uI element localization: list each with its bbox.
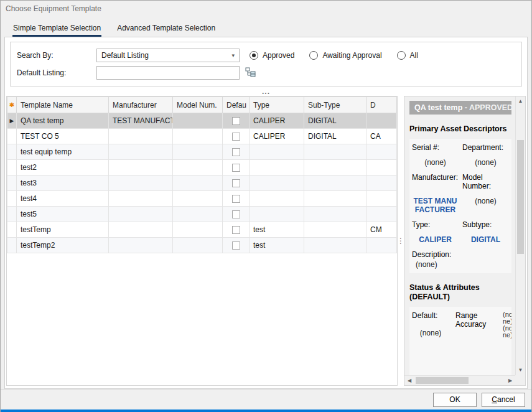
cell-subtype: DIGITAL [304, 113, 366, 129]
search-by-dropdown[interactable]: Default Listing ▾ [96, 49, 240, 62]
details-title: QA test temp [414, 103, 462, 112]
cell-description: CA [366, 129, 397, 144]
default-checkbox[interactable] [232, 117, 240, 125]
primary-asset-descriptors-heading: Primary Asset Descriptors [409, 124, 511, 134]
cell-template-name: test5 [17, 207, 109, 222]
description-value: (none) [416, 260, 509, 269]
cell-type: test [250, 222, 304, 238]
cell-subtype [304, 238, 366, 253]
table-row[interactable]: test3 [7, 176, 397, 191]
cell-type [250, 207, 304, 222]
column-header-default[interactable]: Defau [223, 97, 250, 113]
table-row[interactable]: test2 [7, 160, 397, 176]
column-header-model-num[interactable]: Model Num. [173, 97, 223, 113]
default-checkbox[interactable] [232, 164, 240, 172]
ok-button[interactable]: OK [433, 393, 477, 407]
status-attributes-fields: Default: (none) Range Accuracy (none)(no… [409, 307, 511, 375]
radio-unselected-icon [309, 51, 318, 60]
cell-subtype [304, 160, 366, 176]
type-label: Type: [412, 220, 459, 229]
selected-row-arrow-icon: ▶ [10, 118, 14, 124]
table-row[interactable]: testTemp2 test [7, 238, 397, 253]
subtype-value: DIGITAL [462, 235, 509, 244]
cell-model [173, 238, 223, 253]
scroll-right-icon[interactable]: ▶ [505, 376, 515, 386]
vertical-scroll-thumb[interactable] [517, 140, 524, 254]
cell-manufacturer [109, 238, 173, 253]
search-by-label: Search By: [17, 51, 96, 60]
table-row[interactable]: test equip temp [7, 144, 397, 160]
column-header-sub-type[interactable]: Sub-Type [304, 97, 366, 113]
table-row[interactable]: testTemp test CM [7, 222, 397, 238]
horizontal-splitter-handle[interactable]: ... [5, 87, 527, 96]
horizontal-scroll-thumb[interactable] [416, 377, 469, 384]
cell-description [366, 238, 397, 253]
table-row[interactable]: TEST CO 5 CALIPER DIGITAL CA [7, 129, 397, 144]
radio-approved[interactable]: Approved [250, 51, 294, 60]
cell-template-name: test2 [17, 160, 109, 176]
window-bottom-accent [1, 410, 531, 412]
cancel-button[interactable]: Cancel [482, 393, 525, 407]
cell-subtype [304, 191, 366, 207]
cell-type [250, 176, 304, 191]
manufacturer-value: TEST MANUFACTURER [412, 197, 459, 214]
vertical-splitter-handle[interactable]: ⋮ [398, 96, 404, 386]
details-vertical-scrollbar[interactable]: ▲ ▼ [515, 96, 525, 375]
cell-model [173, 176, 223, 191]
column-header-template-name[interactable]: Template Name [17, 97, 109, 113]
details-horizontal-scrollbar[interactable]: ◀ ▶ [404, 375, 515, 385]
cell-template-name: test4 [17, 191, 109, 207]
table-row[interactable]: test5 [7, 207, 397, 222]
table-row[interactable]: test4 [7, 191, 397, 207]
default-checkbox[interactable] [232, 195, 240, 203]
details-panel: QA test temp - APPROVED Primary Asset De… [404, 96, 526, 386]
description-label: Description: [412, 250, 451, 259]
details-status-badge: - APPROVED [465, 103, 511, 112]
cell-type [250, 191, 304, 207]
cell-model [173, 191, 223, 207]
cell-description [366, 207, 397, 222]
cell-manufacturer [109, 176, 173, 191]
default-checkbox[interactable] [232, 241, 240, 250]
default-checkbox[interactable] [232, 179, 240, 187]
default-value: (none) [412, 329, 449, 337]
column-header-description[interactable]: D [366, 97, 397, 113]
radio-awaiting-approval[interactable]: Awaiting Approval [309, 51, 381, 60]
cell-template-name: test equip temp [17, 144, 109, 160]
tab-simple-template-selection[interactable]: Simple Template Selection [7, 20, 107, 37]
column-header-manufacturer[interactable]: Manufacturer [109, 97, 173, 113]
tab-advanced-template-selection[interactable]: Advanced Template Selection [111, 20, 222, 37]
tab-page: Search By: Default Listing ▾ Approved Aw… [4, 37, 528, 389]
cell-description [366, 191, 397, 207]
main-area: ✱ Template Name Manufacturer Model Num. … [5, 96, 527, 388]
scroll-up-icon[interactable]: ▲ [516, 96, 526, 106]
horizontal-scroll-track[interactable] [414, 376, 505, 385]
cell-template-name: TEST CO 5 [17, 129, 109, 144]
radio-awaiting-approval-label: Awaiting Approval [322, 51, 381, 60]
scroll-left-icon[interactable]: ◀ [404, 376, 414, 386]
table-row[interactable]: ▶ QA test temp TEST MANUFACTURER CALIPER… [7, 113, 397, 129]
cell-description [366, 113, 397, 129]
primary-asset-fields: Serial #: Department: (none) (none) Manu… [409, 139, 511, 273]
cell-description [366, 160, 397, 176]
default-listing-input[interactable] [96, 66, 240, 80]
radio-all-label: All [410, 51, 418, 60]
default-checkbox[interactable] [232, 226, 240, 234]
search-by-value: Default Listing [101, 51, 149, 60]
cell-subtype [304, 222, 366, 238]
approval-radio-group: Approved Awaiting Approval All [250, 51, 418, 60]
default-checkbox[interactable] [232, 210, 240, 218]
listing-lookup-button[interactable] [243, 66, 258, 80]
search-panel: Search By: Default Listing ▾ Approved Aw… [10, 42, 522, 87]
scroll-down-icon[interactable]: ▼ [516, 365, 526, 375]
radio-selected-icon [250, 51, 258, 60]
default-checkbox[interactable] [232, 133, 240, 141]
column-header-type[interactable]: Type [250, 97, 304, 113]
cell-type [250, 160, 304, 176]
cell-type: CALIPER [250, 113, 304, 129]
default-checkbox[interactable] [232, 148, 240, 156]
cell-description [366, 144, 397, 160]
radio-all[interactable]: All [397, 51, 418, 60]
vertical-scroll-track[interactable] [516, 106, 525, 365]
cell-model [173, 113, 223, 129]
